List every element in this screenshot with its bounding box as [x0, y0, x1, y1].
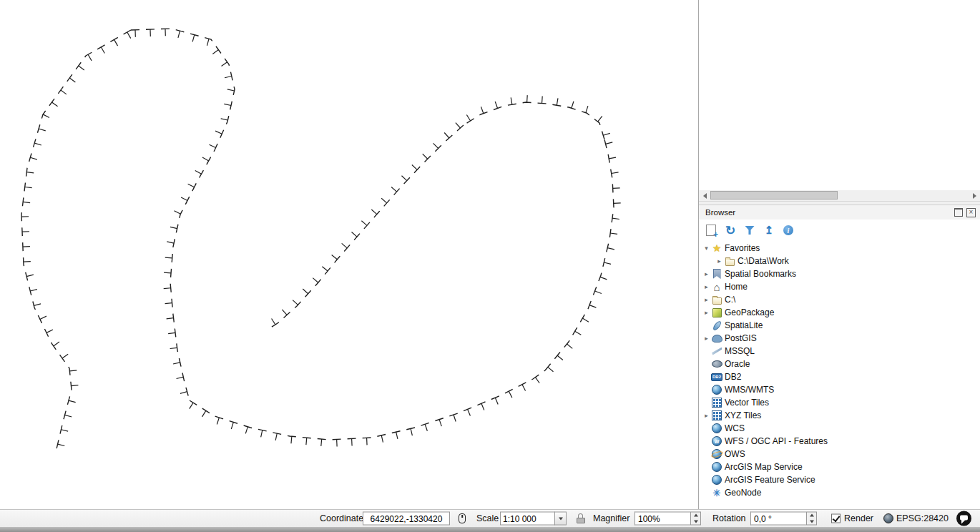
- messages-button[interactable]: [956, 511, 971, 526]
- browser-item-label: MSSQL: [725, 346, 755, 356]
- collapse-arrow-icon[interactable]: ▾: [702, 245, 711, 252]
- rotation-down-icon[interactable]: [807, 518, 816, 525]
- browser-item-mssql[interactable]: MSSQL: [699, 345, 980, 358]
- browser-item-label: XYZ Tiles: [725, 410, 761, 420]
- rotation-up-icon[interactable]: [807, 513, 816, 519]
- browser-item-label: C:\: [725, 295, 735, 305]
- render-checkbox[interactable]: [831, 514, 841, 523]
- browser-tree: ▾Favorites▸C:\Data\Work▸Spatial Bookmark…: [699, 240, 980, 499]
- rotation-spinner[interactable]: [750, 512, 817, 526]
- status-bar: Coordinate Scale Magnifier Rotation Rend…: [0, 509, 980, 527]
- expand-arrow-icon[interactable]: ▸: [702, 296, 711, 303]
- browser-item-wcs[interactable]: WCS: [699, 422, 980, 435]
- browser-item-label: Vector Tiles: [725, 398, 769, 408]
- browser-item-spatial-bookmarks[interactable]: ▸Spatial Bookmarks: [699, 267, 980, 280]
- scrollbar-left-arrow-icon[interactable]: [699, 190, 710, 201]
- browser-item-xyz-tiles[interactable]: ▸XYZ Tiles: [699, 409, 980, 422]
- spatialite-icon: [711, 320, 722, 331]
- browser-item-geonode[interactable]: GeoNode: [699, 486, 980, 499]
- lock-scale-icon[interactable]: [577, 513, 585, 523]
- render-label: Render: [844, 513, 873, 523]
- browser-panel: Browser × ▾Favorites▸C:\Data\Work▸Spatia…: [699, 205, 980, 509]
- refresh-button[interactable]: [722, 222, 738, 238]
- oracle-icon: [711, 358, 722, 370]
- expand-arrow-icon[interactable]: ▸: [702, 335, 711, 342]
- browser-item-db2[interactable]: DB2: [699, 370, 980, 383]
- expand-arrow-icon[interactable]: ▸: [715, 257, 724, 265]
- expand-arrow-icon[interactable]: ▸: [702, 412, 711, 419]
- browser-item-wms-wmts[interactable]: WMS/WMTS: [699, 383, 980, 396]
- empty-dock-panel: [699, 0, 980, 191]
- browser-item-label: Oracle: [725, 359, 750, 369]
- browser-item-postgis[interactable]: ▸PostGIS: [699, 332, 980, 345]
- add-selected-layers-icon: [706, 225, 716, 236]
- browser-item-label: SpatiaLite: [725, 320, 763, 330]
- browser-item-label: GeoNode: [725, 488, 761, 498]
- bookmark-icon: [711, 268, 722, 280]
- properties-widget-button[interactable]: [780, 222, 796, 238]
- browser-item-home[interactable]: ▸Home: [699, 280, 980, 293]
- map-feature-left-shape-west-edge: [21, 30, 131, 452]
- browser-item-spatialite[interactable]: SpatiaLite: [699, 319, 980, 332]
- grid-icon: [711, 397, 722, 408]
- float-panel-icon[interactable]: [954, 208, 963, 217]
- scrollbar-track[interactable]: [710, 190, 969, 201]
- globe-icon: [711, 384, 722, 395]
- browser-item-vector-tiles[interactable]: Vector Tiles: [699, 396, 980, 409]
- browser-item-arcgis-map-service[interactable]: ArcGIS Map Service: [699, 460, 980, 473]
- scrollbar-thumb[interactable]: [710, 191, 838, 200]
- map-feature-inner-diagonal: [268, 123, 464, 330]
- browser-item-wfs-ogc-api-features[interactable]: WFS / OGC API - Features: [699, 435, 980, 448]
- scrollbar-right-arrow-icon[interactable]: [969, 190, 980, 201]
- crs-globe-icon[interactable]: [883, 513, 893, 523]
- folder-icon: [724, 255, 735, 267]
- mouse-extents-icon[interactable]: [459, 513, 466, 523]
- magnifier-up-icon[interactable]: [691, 513, 700, 519]
- grid-icon: [711, 410, 722, 421]
- browser-item-favorites[interactable]: ▾Favorites: [699, 242, 980, 255]
- properties-widget-icon: [783, 225, 793, 235]
- coordinate-input[interactable]: [363, 512, 450, 526]
- horizontal-scrollbar[interactable]: [699, 190, 980, 202]
- browser-item-geopackage[interactable]: ▸GeoPackage: [699, 306, 980, 319]
- browser-item-c[interactable]: ▸C:\: [699, 293, 980, 306]
- close-panel-icon[interactable]: ×: [966, 208, 976, 217]
- browser-item-arcgis-feature-service[interactable]: ArcGIS Feature Service: [699, 473, 980, 486]
- home-icon: [711, 281, 722, 292]
- qgis-window: Browser × ▾Favorites▸C:\Data\Work▸Spatia…: [0, 0, 980, 532]
- refresh-icon: [725, 223, 735, 238]
- folder-icon: [711, 294, 722, 305]
- browser-item-label: WCS: [725, 423, 745, 433]
- map-canvas-svg[interactable]: [0, 0, 698, 509]
- scale-input[interactable]: [500, 512, 555, 526]
- window-edge: [0, 527, 980, 532]
- expand-arrow-icon[interactable]: ▸: [702, 309, 711, 316]
- expand-arrow-icon[interactable]: ▸: [702, 283, 711, 290]
- map-canvas[interactable]: [0, 0, 698, 509]
- browser-item-ows[interactable]: OWS: [699, 448, 980, 460]
- coordinate-label: Coordinate: [320, 513, 363, 523]
- globe-icon: [711, 474, 722, 486]
- browser-item-label: PostGIS: [725, 333, 757, 343]
- scale-dropdown-arrow-icon[interactable]: [554, 512, 567, 526]
- magnifier-spinner[interactable]: [634, 512, 701, 526]
- browser-item-label: DB2: [725, 372, 741, 382]
- collapse-all-button[interactable]: [761, 222, 777, 238]
- scale-label: Scale: [476, 513, 499, 523]
- browser-panel-header: Browser ×: [699, 205, 980, 220]
- crs-label[interactable]: EPSG:28420: [896, 513, 949, 523]
- browser-item-oracle[interactable]: Oracle: [699, 358, 980, 370]
- map-feature-east-rise: [545, 139, 621, 372]
- expand-arrow-icon[interactable]: ▸: [702, 270, 711, 277]
- browser-item-c-data-work[interactable]: ▸C:\Data\Work: [699, 255, 980, 267]
- geonode-icon: [711, 487, 722, 498]
- magnifier-down-icon[interactable]: [691, 518, 700, 525]
- rotation-input[interactable]: [750, 512, 806, 526]
- browser-item-label: OWS: [725, 449, 745, 459]
- right-dock-area: Browser × ▾Favorites▸C:\Data\Work▸Spatia…: [698, 0, 980, 509]
- filter-browser-button[interactable]: [742, 222, 758, 238]
- star-icon: [711, 242, 722, 254]
- browser-item-label: Favorites: [725, 243, 760, 253]
- magnifier-input[interactable]: [634, 512, 690, 526]
- add-selected-layers-button[interactable]: [703, 222, 719, 238]
